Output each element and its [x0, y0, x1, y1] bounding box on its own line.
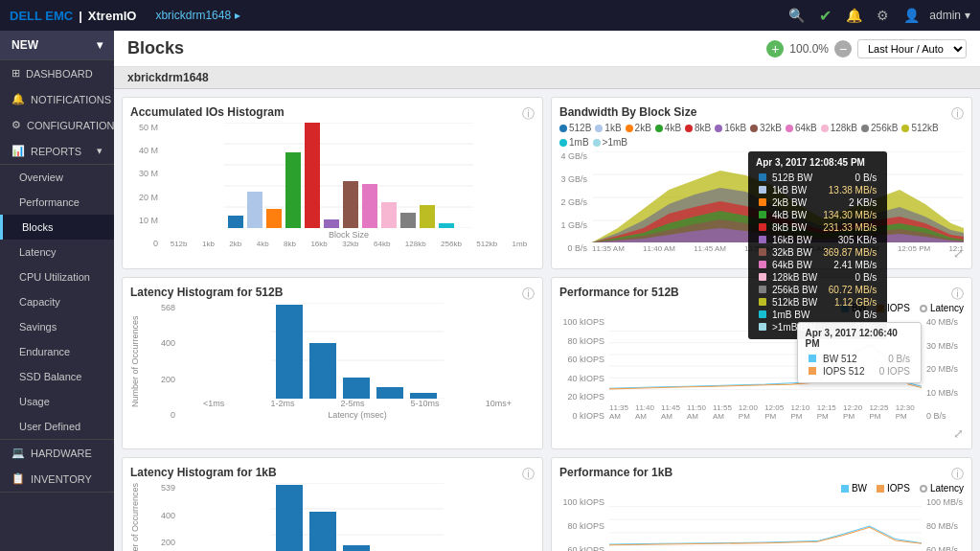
chart-latency-512-info[interactable]: ⓘ [522, 286, 535, 303]
perf-512-tooltip: Apr 3, 2017 12:06:40 PM BW 512 0 B/s IOP… [797, 322, 922, 383]
svg-rect-14 [381, 202, 397, 228]
admin-user[interactable]: admin ▾ [929, 9, 970, 22]
svg-rect-15 [400, 213, 416, 228]
sidebar-item-performance[interactable]: Performance [0, 190, 114, 215]
zoom-pct: 100.0% [789, 42, 829, 56]
chart-acc-ios-y-axis: 50 M 40 M 30 M 20 M 10 M 0 [130, 123, 161, 248]
chart-acc-ios-info[interactable]: ⓘ [522, 105, 535, 123]
zoom-in-button[interactable]: + [766, 40, 784, 57]
perf-512-x-ticks: 11:35 AM11:40 AM11:45 AM11:50 AM11:55 AM… [609, 403, 922, 421]
config-icon: ⚙ [11, 119, 21, 131]
chart-perf-1kb-title: Performance for 1kB [559, 466, 964, 479]
zoom-out-button[interactable]: − [834, 40, 852, 57]
new-button[interactable]: NEW ▾ [0, 31, 114, 60]
endurance-label: Endurance [19, 346, 70, 357]
time-range-select[interactable]: Last Hour / Auto [857, 39, 967, 58]
usage-label: Usage [19, 396, 50, 407]
sidebar-section-hardware: 💻 HARDWARE 📋 INVENTORY [0, 440, 114, 493]
content-controls: + 100.0% − Last Hour / Auto [766, 39, 967, 58]
perf-1kb-y-right: 100 MB/s 80 MB/s 60 MB/s [923, 497, 964, 551]
perf-512-legend: BW IOPS Latency [559, 303, 964, 313]
sidebar-item-ssd-balance[interactable]: SSD Balance [0, 364, 114, 389]
chart-latency-1kb-info[interactable]: ⓘ [522, 466, 535, 483]
svg-rect-36 [376, 387, 403, 399]
sidebar-item-hardware[interactable]: 💻 HARDWARE [0, 440, 114, 466]
cluster-name-topbar[interactable]: xbrickdrm1648 ▸ [155, 9, 240, 22]
svg-rect-10 [305, 123, 320, 228]
chart-latency-512-y-axis: 568 400 200 0 [148, 303, 178, 420]
cpu-label: CPU Utilization [19, 271, 90, 283]
sidebar-item-reports[interactable]: 📊 REPORTS ▾ [0, 138, 114, 164]
perf-1kb-legend: BW IOPS Latency [559, 483, 964, 494]
user-defined-label: User Defined [19, 421, 80, 432]
new-label: NEW [11, 38, 38, 52]
savings-label: Savings [19, 321, 57, 333]
reports-arrow: ▾ [97, 145, 103, 157]
sidebar-item-inventory[interactable]: 📋 INVENTORY [0, 466, 114, 492]
chart-latency-1kb-title: Latency Histogram for 1kB [130, 466, 535, 479]
sidebar-item-overview[interactable]: Overview [0, 165, 114, 190]
main-layout: NEW ▾ ⊞ DASHBOARD 🔔 NOTIFICATIONS ▾ ⚙ CO… [0, 31, 980, 551]
inventory-icon: 📋 [11, 472, 25, 485]
logo: DELL EMC | XtremIO [10, 9, 136, 23]
chart-latency-512: Latency Histogram for 512B ⓘ Number of O… [122, 277, 543, 449]
config-label: CONFIGURATION [27, 120, 114, 131]
search-icon[interactable]: 🔍 [787, 7, 805, 24]
bw-x-ticks: 11:35 AM11:40 AM11:45 AM11:50 AM11:55 AM… [592, 242, 964, 253]
cluster-name-text: xbrickdrm1648 [155, 9, 231, 22]
chart-latency-512-title: Latency Histogram for 512B [130, 286, 535, 299]
status-icon: ✔ [816, 7, 833, 24]
sidebar-section-main: ⊞ DASHBOARD 🔔 NOTIFICATIONS ▾ ⚙ CONFIGUR… [0, 60, 114, 165]
chart-latency-1kb: Latency Histogram for 1kB ⓘ Number of Oc… [122, 457, 543, 551]
chart-acc-ios-x-ticks: 512b1kb2kb4kb8kb16kb32kb64kb128kb256kb51… [163, 240, 535, 248]
sidebar-item-endurance[interactable]: Endurance [0, 339, 114, 364]
sidebar-item-capacity[interactable]: Capacity [0, 289, 114, 314]
sidebar-item-dashboard[interactable]: ⊞ DASHBOARD [0, 60, 114, 86]
latency-512-y-label: Number of Occurrences [130, 303, 146, 420]
chart-perf-512-export[interactable]: ⤢ [953, 426, 964, 441]
blocks-label: Blocks [22, 221, 53, 233]
chart-perf-512-wrapper: 100 kIOPS 80 kIOPS 60 kIOPS 40 kIOPS 20 … [559, 317, 964, 421]
bandwidth-legend: 512B 1kB 2kB 4kB 8kB 16kB 32kB 64kB 128k… [559, 123, 964, 148]
sidebar-item-usage[interactable]: Usage [0, 389, 114, 414]
new-chevron: ▾ [97, 38, 103, 52]
sidebar-item-notifications[interactable]: 🔔 NOTIFICATIONS ▾ [0, 86, 114, 112]
user-icon: 👤 [902, 7, 920, 24]
chart-perf-1kb-info[interactable]: ⓘ [951, 466, 964, 483]
notifications-icon: 🔔 [11, 93, 25, 105]
reports-icon: 📊 [11, 145, 25, 157]
chart-perf-1kb: Performance for 1kB ⓘ BW IOPS Latency [551, 457, 972, 551]
chart-perf-512-area: Apr 3, 2017 12:06:40 PM BW 512 0 B/s IOP… [609, 317, 922, 421]
settings-icon[interactable]: ⚙ [874, 7, 891, 24]
capacity-label: Capacity [19, 296, 60, 308]
svg-rect-11 [324, 219, 339, 228]
chart-perf-512: Performance for 512B ⓘ BW IOPS Latency [551, 277, 972, 449]
chart-bandwidth-wrapper: 4 GB/s 3 GB/s 2 GB/s 1 GB/s 0 B/s [559, 151, 964, 253]
chart-perf-1kb-area [609, 497, 922, 551]
sidebar-item-latency[interactable]: Latency [0, 240, 114, 264]
chart-perf-512-info[interactable]: ⓘ [951, 286, 964, 303]
svg-rect-33 [276, 305, 303, 399]
sidebar-item-configuration[interactable]: ⚙ CONFIGURATION [0, 112, 114, 138]
sidebar-item-blocks[interactable]: Blocks [0, 215, 114, 240]
page-title: Blocks [127, 38, 184, 58]
latency-512-x-ticks: <1ms1-2ms2-5ms5-10ms10ms+ [180, 399, 535, 408]
reports-label: REPORTS [31, 146, 81, 157]
chart-bandwidth-title: Bandwidth By Block Size [559, 105, 964, 119]
chart-bandwidth: Bandwidth By Block Size ⓘ 512B 1kB 2kB 4… [551, 97, 972, 269]
perf-512-y-left: 100 kIOPS 80 kIOPS 60 kIOPS 40 kIOPS 20 … [559, 317, 607, 421]
xtremio-text: XtremIO [88, 9, 137, 23]
chart-latency-1kb-bars: <1ms1-2ms2-5ms5-10ms10ms+ [180, 483, 535, 551]
sidebar-item-cpu[interactable]: CPU Utilization [0, 264, 114, 289]
chart-perf-512-title: Performance for 512B [559, 286, 964, 299]
chart-acc-ios: Accumulated IOs Histogram ⓘ 50 M 40 M 30… [122, 97, 543, 269]
perf-512-y-right: 40 MB/s 30 MB/s 20 MB/s 10 MB/s 0 B/s [923, 317, 964, 421]
chart-bandwidth-info[interactable]: ⓘ [951, 105, 964, 123]
chart-acc-ios-x-label: Block Size [163, 230, 535, 240]
chart-acc-ios-title: Accumulated IOs Histogram [130, 105, 535, 119]
chart-bandwidth-export[interactable]: ⤢ [953, 246, 964, 261]
sidebar-item-user-defined[interactable]: User Defined [0, 414, 114, 439]
sidebar-item-savings[interactable]: Savings [0, 314, 114, 339]
bell-icon[interactable]: 🔔 [845, 7, 862, 24]
svg-rect-50 [343, 545, 370, 551]
